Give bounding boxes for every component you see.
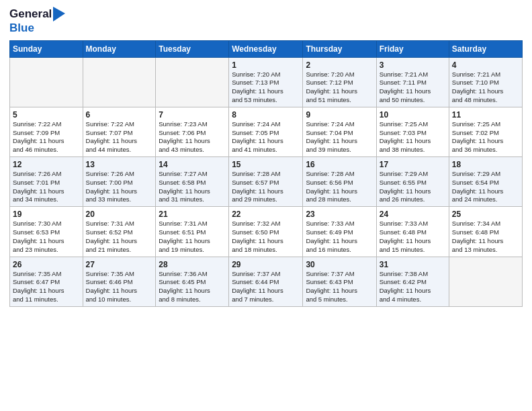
day-info: Sunrise: 7:35 AMSunset: 6:46 PMDaylight:… xyxy=(86,270,153,304)
logo: General Blue xyxy=(9,7,65,35)
logo-icon xyxy=(53,7,65,21)
day-info: Sunrise: 7:33 AMSunset: 6:48 PMDaylight:… xyxy=(380,220,446,254)
day-number: 22 xyxy=(232,210,300,219)
day-info: Sunrise: 7:29 AMSunset: 6:54 PMDaylight:… xyxy=(452,170,519,204)
day-number: 21 xyxy=(159,210,226,219)
day-cell: 6Sunrise: 7:22 AMSunset: 7:07 PMDaylight… xyxy=(83,107,156,156)
day-cell: 17Sunrise: 7:29 AMSunset: 6:55 PMDayligh… xyxy=(376,157,449,207)
day-info: Sunrise: 7:36 AMSunset: 6:45 PMDaylight:… xyxy=(159,270,226,304)
day-info: Sunrise: 7:20 AMSunset: 7:13 PMDaylight:… xyxy=(232,71,300,105)
day-number: 4 xyxy=(452,60,519,70)
day-cell: 23Sunrise: 7:33 AMSunset: 6:49 PMDayligh… xyxy=(303,207,376,257)
day-cell: 1Sunrise: 7:20 AMSunset: 7:13 PMDaylight… xyxy=(229,57,303,107)
day-cell: 7Sunrise: 7:23 AMSunset: 7:06 PMDaylight… xyxy=(156,107,229,156)
day-number: 13 xyxy=(86,160,153,169)
day-number: 26 xyxy=(13,260,80,269)
day-cell: 11Sunrise: 7:25 AMSunset: 7:02 PMDayligh… xyxy=(449,107,522,156)
day-cell: 10Sunrise: 7:25 AMSunset: 7:03 PMDayligh… xyxy=(376,107,449,156)
day-cell: 14Sunrise: 7:27 AMSunset: 6:58 PMDayligh… xyxy=(156,157,229,207)
weekday-header-monday: Monday xyxy=(83,40,156,57)
day-info: Sunrise: 7:25 AMSunset: 7:02 PMDaylight:… xyxy=(452,120,519,154)
day-info: Sunrise: 7:29 AMSunset: 6:55 PMDaylight:… xyxy=(380,170,446,204)
day-number: 6 xyxy=(86,110,153,120)
day-number: 28 xyxy=(159,260,226,269)
day-cell: 29Sunrise: 7:37 AMSunset: 6:44 PMDayligh… xyxy=(229,257,303,306)
day-number: 15 xyxy=(232,160,300,169)
day-info: Sunrise: 7:28 AMSunset: 6:56 PMDaylight:… xyxy=(306,170,373,204)
week-row-3: 12Sunrise: 7:26 AMSunset: 7:01 PMDayligh… xyxy=(10,157,523,207)
day-info: Sunrise: 7:20 AMSunset: 7:12 PMDaylight:… xyxy=(306,71,373,105)
day-info: Sunrise: 7:26 AMSunset: 7:01 PMDaylight:… xyxy=(13,170,80,204)
day-info: Sunrise: 7:26 AMSunset: 7:00 PMDaylight:… xyxy=(86,170,153,204)
svg-marker-0 xyxy=(53,7,65,21)
day-info: Sunrise: 7:34 AMSunset: 6:48 PMDaylight:… xyxy=(452,220,519,254)
day-cell: 5Sunrise: 7:22 AMSunset: 7:09 PMDaylight… xyxy=(10,107,83,156)
day-number: 27 xyxy=(86,260,153,269)
day-info: Sunrise: 7:22 AMSunset: 7:07 PMDaylight:… xyxy=(86,120,153,154)
day-info: Sunrise: 7:37 AMSunset: 6:44 PMDaylight:… xyxy=(232,270,300,304)
day-info: Sunrise: 7:31 AMSunset: 6:51 PMDaylight:… xyxy=(159,220,226,254)
calendar-page: General Blue SundayMondayTuesdayWednesda… xyxy=(0,0,532,411)
day-number: 30 xyxy=(306,260,373,269)
day-number: 16 xyxy=(306,160,373,169)
day-info: Sunrise: 7:33 AMSunset: 6:49 PMDaylight:… xyxy=(306,220,373,254)
day-number: 23 xyxy=(306,210,373,219)
logo-blue-text: Blue xyxy=(9,21,65,35)
day-number: 20 xyxy=(86,210,153,219)
day-number: 8 xyxy=(232,110,300,120)
week-row-5: 26Sunrise: 7:35 AMSunset: 6:47 PMDayligh… xyxy=(10,257,523,306)
week-row-2: 5Sunrise: 7:22 AMSunset: 7:09 PMDaylight… xyxy=(10,107,523,156)
day-cell: 20Sunrise: 7:31 AMSunset: 6:52 PMDayligh… xyxy=(83,207,156,257)
week-row-4: 19Sunrise: 7:30 AMSunset: 6:53 PMDayligh… xyxy=(10,207,523,257)
day-number: 25 xyxy=(452,210,519,219)
calendar-table: SundayMondayTuesdayWednesdayThursdayFrid… xyxy=(9,40,523,307)
weekday-header-sunday: Sunday xyxy=(10,40,83,57)
day-cell: 8Sunrise: 7:24 AMSunset: 7:05 PMDaylight… xyxy=(229,107,303,156)
day-info: Sunrise: 7:24 AMSunset: 7:05 PMDaylight:… xyxy=(232,120,300,154)
day-cell: 18Sunrise: 7:29 AMSunset: 6:54 PMDayligh… xyxy=(449,157,522,207)
day-info: Sunrise: 7:35 AMSunset: 6:47 PMDaylight:… xyxy=(13,270,80,304)
day-number: 5 xyxy=(13,110,80,120)
day-number: 1 xyxy=(232,60,300,70)
day-cell xyxy=(10,57,83,107)
day-cell: 15Sunrise: 7:28 AMSunset: 6:57 PMDayligh… xyxy=(229,157,303,207)
weekday-header-row: SundayMondayTuesdayWednesdayThursdayFrid… xyxy=(10,40,523,57)
day-cell xyxy=(156,57,229,107)
day-info: Sunrise: 7:31 AMSunset: 6:52 PMDaylight:… xyxy=(86,220,153,254)
weekday-header-saturday: Saturday xyxy=(449,40,522,57)
day-number: 18 xyxy=(452,160,519,169)
day-number: 3 xyxy=(380,60,446,70)
day-number: 2 xyxy=(306,60,373,70)
day-cell: 19Sunrise: 7:30 AMSunset: 6:53 PMDayligh… xyxy=(10,207,83,257)
day-cell: 25Sunrise: 7:34 AMSunset: 6:48 PMDayligh… xyxy=(449,207,522,257)
day-info: Sunrise: 7:37 AMSunset: 6:43 PMDaylight:… xyxy=(306,270,373,304)
day-number: 9 xyxy=(306,110,373,120)
day-number: 31 xyxy=(380,260,446,269)
weekday-header-wednesday: Wednesday xyxy=(229,40,303,57)
day-cell: 26Sunrise: 7:35 AMSunset: 6:47 PMDayligh… xyxy=(10,257,83,306)
day-info: Sunrise: 7:22 AMSunset: 7:09 PMDaylight:… xyxy=(13,120,80,154)
header: General Blue xyxy=(9,7,523,35)
day-info: Sunrise: 7:24 AMSunset: 7:04 PMDaylight:… xyxy=(306,120,373,154)
day-cell: 30Sunrise: 7:37 AMSunset: 6:43 PMDayligh… xyxy=(303,257,376,306)
day-number: 24 xyxy=(380,210,446,219)
day-number: 19 xyxy=(13,210,80,219)
weekday-header-thursday: Thursday xyxy=(303,40,376,57)
day-cell: 4Sunrise: 7:21 AMSunset: 7:10 PMDaylight… xyxy=(449,57,522,107)
day-cell: 24Sunrise: 7:33 AMSunset: 6:48 PMDayligh… xyxy=(376,207,449,257)
day-info: Sunrise: 7:28 AMSunset: 6:57 PMDaylight:… xyxy=(232,170,300,204)
day-info: Sunrise: 7:38 AMSunset: 6:42 PMDaylight:… xyxy=(380,270,446,304)
day-cell xyxy=(449,257,522,306)
day-info: Sunrise: 7:30 AMSunset: 6:53 PMDaylight:… xyxy=(13,220,80,254)
weekday-header-friday: Friday xyxy=(376,40,449,57)
day-number: 29 xyxy=(232,260,300,269)
day-cell: 31Sunrise: 7:38 AMSunset: 6:42 PMDayligh… xyxy=(376,257,449,306)
day-cell xyxy=(83,57,156,107)
day-cell: 21Sunrise: 7:31 AMSunset: 6:51 PMDayligh… xyxy=(156,207,229,257)
day-cell: 9Sunrise: 7:24 AMSunset: 7:04 PMDaylight… xyxy=(303,107,376,156)
day-number: 12 xyxy=(13,160,80,169)
day-info: Sunrise: 7:21 AMSunset: 7:10 PMDaylight:… xyxy=(452,71,519,105)
day-number: 10 xyxy=(380,110,446,120)
day-info: Sunrise: 7:21 AMSunset: 7:11 PMDaylight:… xyxy=(380,71,446,105)
day-number: 14 xyxy=(159,160,226,169)
